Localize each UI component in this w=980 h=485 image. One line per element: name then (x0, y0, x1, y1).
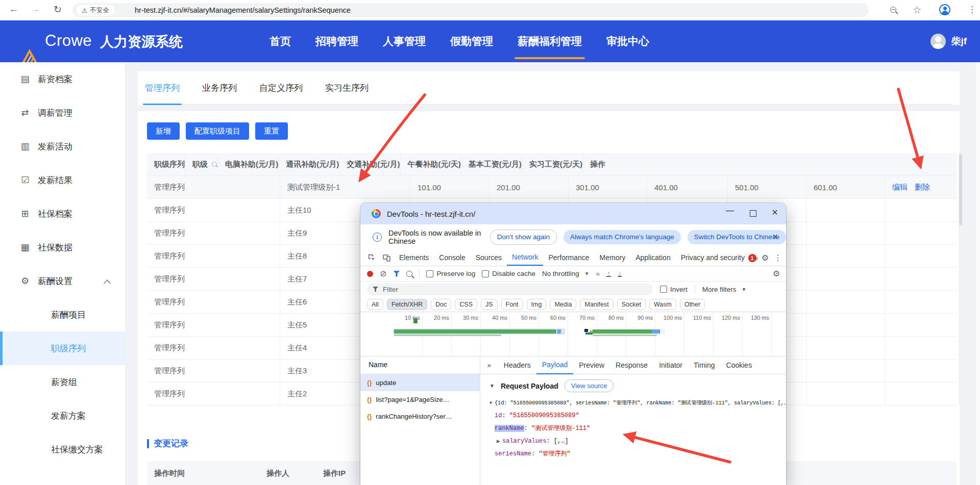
request-type-chip[interactable]: Wasm (649, 299, 676, 310)
top-nav-item[interactable]: 人事管理 (383, 20, 426, 62)
network-overview-timeline[interactable]: 10 ms20 ms30 ms40 ms50 ms60 ms70 ms80 ms… (360, 312, 786, 356)
user-menu[interactable]: 柴jf (930, 20, 967, 62)
request-type-chip[interactable]: Other (680, 299, 705, 310)
request-detail-tab[interactable]: Headers (498, 356, 536, 374)
preserve-log-checkbox[interactable]: Preserve log (426, 270, 475, 277)
more-filters-button[interactable]: More filters ▼ (702, 286, 747, 293)
request-detail-tab[interactable]: Timing (688, 356, 721, 374)
request-detail-tab[interactable]: Initiator (653, 356, 688, 374)
request-row[interactable]: {} update (360, 374, 480, 391)
devtools-menu-icon[interactable]: ⋮ (774, 253, 782, 263)
devtools-tab[interactable]: Application (630, 249, 676, 266)
edit-link[interactable]: 编辑 (892, 183, 908, 191)
delete-link[interactable]: 删除 (915, 183, 930, 191)
minimize-icon[interactable]: — (726, 206, 734, 215)
page-scrollbar[interactable] (975, 62, 980, 485)
chevron-up-icon[interactable] (104, 279, 111, 287)
checkbox-icon[interactable] (660, 286, 667, 293)
browser-menu-icon[interactable]: ⋮ (968, 4, 976, 15)
table-scrollbar[interactable] (959, 153, 963, 405)
section-triangle-icon[interactable]: ▼ (489, 383, 495, 389)
payload-entry[interactable]: id: "51655009095385089" (480, 410, 786, 422)
request-detail-tab[interactable]: Cookies (721, 356, 758, 374)
sidebar-item[interactable]: ▤ 薪资档案 (0, 62, 125, 96)
sidebar-item[interactable]: ⊞ 社保档案 (0, 197, 125, 231)
sidebar-sub-item[interactable]: 薪酬项目 (0, 298, 125, 331)
maximize-icon[interactable] (750, 210, 756, 217)
bookmark-star-icon[interactable]: ☆ (913, 4, 921, 16)
payload-entry[interactable]: seriesName: "管理序列" (480, 448, 786, 461)
checkbox-icon[interactable] (426, 270, 433, 277)
request-type-chip[interactable]: Fetch/XHR (387, 299, 427, 310)
back-icon[interactable]: ← (7, 4, 20, 15)
devtools-tab[interactable]: Console (434, 249, 470, 266)
devtools-tab[interactable]: Privacy and security (676, 249, 750, 266)
checkbox-icon[interactable] (482, 270, 489, 277)
network-conditions-icon[interactable]: ≈ (596, 270, 600, 278)
forward-icon[interactable]: → (29, 4, 42, 15)
reload-icon[interactable]: ↻ (51, 4, 64, 15)
expand-triangle-icon[interactable]: ▼ (487, 397, 495, 410)
request-type-chip[interactable]: JS (481, 299, 498, 310)
top-nav-item[interactable]: 薪酬福利管理 (518, 20, 582, 62)
sidebar-sub-item[interactable]: 薪资组 (0, 365, 125, 399)
record-icon[interactable] (367, 271, 373, 277)
expand-triangle-icon[interactable]: ▶ (495, 435, 502, 448)
devtools-tab[interactable]: Network (507, 249, 543, 266)
url-text[interactable]: hr-test.zjf-it.cn/#/salaryManagement/sal… (135, 3, 351, 17)
match-language-button[interactable]: Always match Chrome's language (564, 230, 681, 244)
add-button[interactable]: 新增 (147, 122, 180, 140)
request-type-chip[interactable]: CSS (455, 299, 477, 310)
inspect-icon[interactable] (364, 249, 379, 266)
error-badge[interactable]: 1 (748, 254, 756, 262)
payload-entry[interactable]: rankName: "测试管理级别-111" (480, 422, 786, 435)
device-toolbar-icon[interactable] (379, 249, 394, 266)
sidebar-sub-item[interactable]: 社保缴交方案 (0, 432, 125, 466)
request-type-chip[interactable]: Media (550, 299, 576, 310)
search-icon[interactable] (406, 271, 412, 277)
request-type-chip[interactable]: Socket (617, 299, 646, 310)
view-source-button[interactable]: View source (565, 379, 614, 392)
top-nav-item[interactable]: 招聘管理 (315, 20, 358, 62)
sequence-tab[interactable]: 管理序列 (145, 71, 180, 104)
top-nav-item[interactable]: 假勤管理 (450, 20, 493, 62)
request-type-chip[interactable]: Doc (431, 299, 451, 310)
table-row[interactable]: 管理序列 测试管理级别-1 101.00 201.00 301.00 401.0… (147, 176, 957, 199)
name-column-header[interactable]: Name (369, 356, 387, 374)
column-search-icon[interactable] (212, 162, 217, 167)
request-detail-tab[interactable]: Preview (573, 356, 610, 374)
zoom-icon[interactable] (890, 7, 896, 13)
payload-entry[interactable]: ▶salaryValues: [,…] (480, 435, 786, 448)
sidebar-sub-item[interactable]: 职级序列 (0, 331, 125, 365)
devtools-tab[interactable]: Elements (394, 249, 434, 266)
sequence-tab[interactable]: 自定义序列 (259, 71, 303, 104)
close-icon[interactable]: × (772, 207, 778, 217)
profile-avatar[interactable] (939, 4, 950, 15)
devtools-settings-icon[interactable]: ⚙ (762, 253, 769, 263)
request-row[interactable]: {} list?page=1&PageSize… (360, 391, 480, 408)
reset-button[interactable]: 重置 (255, 122, 288, 140)
request-detail-tab[interactable]: Response (610, 356, 653, 374)
request-type-chip[interactable]: All (367, 299, 383, 310)
sequence-tab[interactable]: 实习生序列 (325, 71, 369, 104)
import-har-icon[interactable]: ↑ (606, 270, 611, 277)
devtools-titlebar[interactable]: DevTools - hr-test.zjf-it.cn/ — × (360, 203, 786, 224)
sidebar-item[interactable]: ▥ 发薪活动 (0, 130, 125, 163)
top-nav-item[interactable]: 审批中心 (606, 20, 649, 62)
request-detail-tab[interactable]: Payload (536, 356, 574, 374)
configure-rank-items-button[interactable]: 配置职级项目 (186, 122, 249, 140)
sidebar-item[interactable]: ⇄ 调薪管理 (0, 96, 125, 130)
export-har-icon[interactable]: ↓ (618, 270, 622, 277)
security-chip[interactable]: ⚠ 不安全 (77, 5, 114, 16)
banner-close-icon[interactable]: × (772, 232, 778, 242)
sidebar-item[interactable]: ☑ 发薪结果 (0, 163, 125, 197)
request-type-chip[interactable]: Font (501, 299, 523, 310)
payload-preview-line[interactable]: ▼{id: "51655009095385089", seriesName: "… (480, 397, 786, 410)
close-detail-icon[interactable]: × (480, 356, 498, 374)
sequence-tab[interactable]: 业务序列 (202, 71, 237, 104)
switch-to-chinese-button[interactable]: Switch DevTools to Chinese (688, 230, 786, 244)
devtools-tab[interactable]: Sources (471, 249, 507, 266)
top-nav-item[interactable]: 首页 (270, 20, 291, 62)
filter-funnel-icon[interactable] (393, 271, 400, 277)
dont-show-again-button[interactable]: Don't show again (490, 229, 557, 245)
